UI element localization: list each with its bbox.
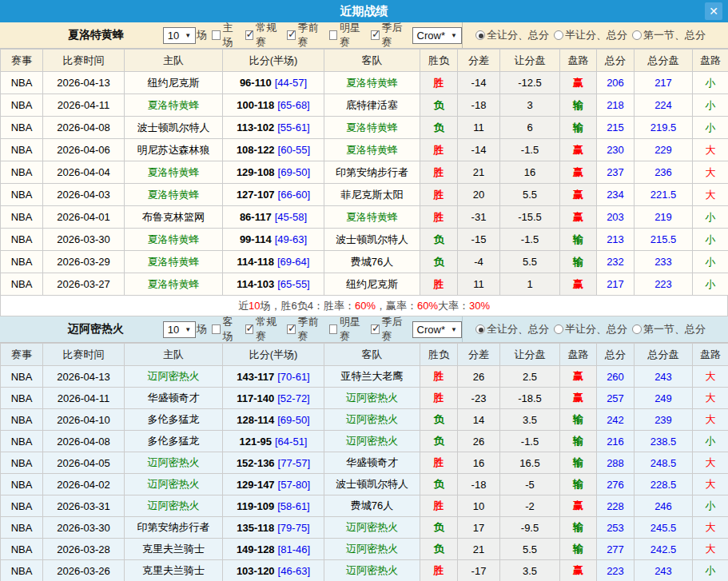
summary-text: 大率：: [438, 299, 469, 313]
checkbox-季前赛[interactable]: [287, 30, 295, 40]
cell-handicap-line: 5.5: [500, 184, 560, 206]
cell-point-diff: -17: [458, 560, 500, 581]
radio-option-全让分、总分[interactable]: 全让分、总分: [475, 322, 549, 336]
cell-total-result: 大: [693, 517, 728, 539]
radio-option-第一节、总分[interactable]: 第一节、总分: [632, 322, 706, 336]
checkbox-label: 季后赛: [382, 21, 408, 50]
cell-league: NBA: [1, 72, 43, 94]
checkbox-label: 常规赛: [256, 21, 282, 50]
game-row: NBA2026-03-29夏洛特黄蜂114-118[69-64]费城76人负-4…: [1, 251, 728, 273]
game-row: NBA2026-04-03夏洛特黄蜂127-107[66-60]菲尼克斯太阳胜2…: [1, 184, 728, 206]
checkbox-常规赛[interactable]: [245, 324, 253, 334]
half-score: [66-60]: [278, 189, 310, 201]
game-row: NBA2026-04-11夏洛特黄蜂100-118[65-68]底特律活塞负-1…: [1, 94, 728, 117]
odds-company-select[interactable]: Crow*▼: [412, 321, 462, 338]
cell-score: 121-95[64-51]: [223, 431, 324, 452]
cell-league: NBA: [1, 452, 43, 474]
game-row: NBA2026-03-28克里夫兰骑士149-128[81-46]迈阿密热火负2…: [1, 539, 728, 560]
radio-icon: [475, 324, 485, 334]
cell-score: 114-103[65-55]: [223, 273, 324, 296]
game-row: NBA2026-04-08波士顿凯尔特人113-102[55-61]夏洛特黄蜂负…: [1, 117, 728, 139]
checkbox-主场[interactable]: [212, 30, 220, 40]
cell-handicap-result: 输: [560, 409, 597, 431]
checkbox-明星赛[interactable]: [329, 324, 337, 334]
cell-league: NBA: [1, 495, 43, 517]
record-summary: 近 10 场，胜6负4：胜率：60%，赢率：60% 大率：30%: [0, 296, 728, 316]
checkbox-明星赛[interactable]: [329, 30, 337, 40]
game-row: NBA2026-04-05迈阿密热火152-136[77-57]华盛顿奇才胜16…: [1, 452, 728, 474]
cell-point-diff: 26: [458, 366, 500, 388]
cell-score: 103-120[46-63]: [223, 560, 324, 581]
cell-away-team: 波士顿凯尔特人: [324, 229, 420, 251]
full-score: 143-117: [237, 371, 274, 383]
cell-win-lose: 负: [420, 539, 458, 560]
cell-point-diff: -18: [458, 474, 500, 495]
odds-company-select[interactable]: Crow*▼: [412, 27, 462, 44]
cell-date: 2026-04-11: [43, 94, 125, 117]
cell-score: 152-136[77-57]: [223, 452, 324, 474]
cell-league: NBA: [1, 117, 43, 139]
cell-point-diff: -15: [458, 229, 500, 251]
full-score: 129-108: [237, 166, 275, 178]
section-radio-group-s1: 全让分、总分半让分、总分第一节、总分: [462, 22, 728, 48]
checkbox-季前赛[interactable]: [287, 324, 295, 334]
half-score: [44-57]: [275, 77, 307, 89]
dropdown-arrow-icon: ▼: [451, 32, 457, 39]
cell-total-line: 223: [635, 273, 693, 296]
game-row: NBA2026-04-01布鲁克林篮网86-117[45-58]夏洛特黄蜂胜-3…: [1, 206, 728, 229]
cell-handicap-result: 输: [560, 474, 597, 495]
game-row: NBA2026-04-04夏洛特黄蜂129-108[69-50]印第安纳步行者胜…: [1, 161, 728, 184]
cell-away-team: 底特律活塞: [324, 94, 420, 117]
checkbox-常规赛[interactable]: [245, 30, 253, 40]
close-button[interactable]: ✕: [705, 2, 722, 20]
cell-total-points: 230: [597, 139, 635, 161]
full-score: 117-140: [237, 392, 274, 404]
results-table-s2: 赛事比赛时间主队比分(半场)客队胜负分差让分盘盘路总分总分盘盘路NBA2026-…: [0, 343, 728, 581]
odds-company-value: Crow*: [417, 324, 445, 336]
cell-away-team: 波士顿凯尔特人: [324, 474, 420, 495]
checkbox-季后赛[interactable]: [371, 30, 379, 40]
radio-option-半让分、总分[interactable]: 半让分、总分: [554, 28, 627, 42]
cell-handicap-result: 赢: [560, 72, 597, 94]
cell-total-line: 219.5: [635, 117, 693, 139]
radio-option-第一节、总分[interactable]: 第一节、总分: [632, 28, 706, 42]
cell-handicap-result: 输: [560, 229, 597, 251]
cell-handicap-line: -1.5: [500, 431, 560, 452]
column-header: 盘路: [693, 50, 728, 72]
cell-win-lose: 胜: [420, 560, 458, 581]
checkbox-季后赛[interactable]: [371, 324, 379, 334]
results-table-s1: 赛事比赛时间主队比分(半场)客队胜负分差让分盘盘路总分总分盘盘路NBA2026-…: [0, 49, 728, 296]
cell-total-line: 249: [635, 388, 693, 409]
cell-away-team: 夏洛特黄蜂: [324, 206, 420, 229]
cell-total-points: 218: [597, 94, 635, 117]
cell-total-result: 大: [693, 366, 728, 388]
cell-win-lose: 胜: [420, 452, 458, 474]
cell-win-lose: 负: [420, 94, 458, 117]
cell-win-lose: 胜: [420, 273, 458, 296]
cell-handicap-line: 6: [500, 117, 560, 139]
column-header: 比分(半场): [223, 344, 324, 366]
cell-date: 2026-03-30: [43, 517, 125, 539]
cell-total-result: 小: [693, 273, 728, 296]
radio-option-半让分、总分[interactable]: 半让分、总分: [554, 322, 627, 336]
cell-date: 2026-03-30: [43, 229, 125, 251]
cell-win-lose: 胜: [420, 206, 458, 229]
games-count-select[interactable]: 10▼: [163, 321, 196, 338]
cell-total-points: 276: [597, 474, 635, 495]
cell-league: NBA: [1, 539, 43, 560]
cell-league: NBA: [1, 560, 43, 581]
cell-total-line: 228.5: [635, 474, 693, 495]
game-row: NBA2026-04-06明尼苏达森林狼108-122[60-55]夏洛特黄蜂胜…: [1, 139, 728, 161]
cell-handicap-line: -15.5: [500, 206, 560, 229]
cell-total-result: 小: [693, 72, 728, 94]
half-score: [46-63]: [278, 565, 310, 577]
checkbox-label: 常规赛: [256, 315, 282, 344]
games-count-select[interactable]: 10▼: [163, 27, 196, 44]
cell-total-result: 小: [693, 229, 728, 251]
checkbox-客场[interactable]: [212, 324, 220, 334]
dropdown-arrow-icon: ▼: [185, 326, 191, 333]
cell-home-team: 夏洛特黄蜂: [125, 273, 223, 296]
cell-win-lose: 负: [420, 409, 458, 431]
radio-option-全让分、总分[interactable]: 全让分、总分: [475, 28, 549, 42]
game-row: NBA2026-03-26克里夫兰骑士103-120[46-63]迈阿密热火胜-…: [1, 560, 728, 581]
